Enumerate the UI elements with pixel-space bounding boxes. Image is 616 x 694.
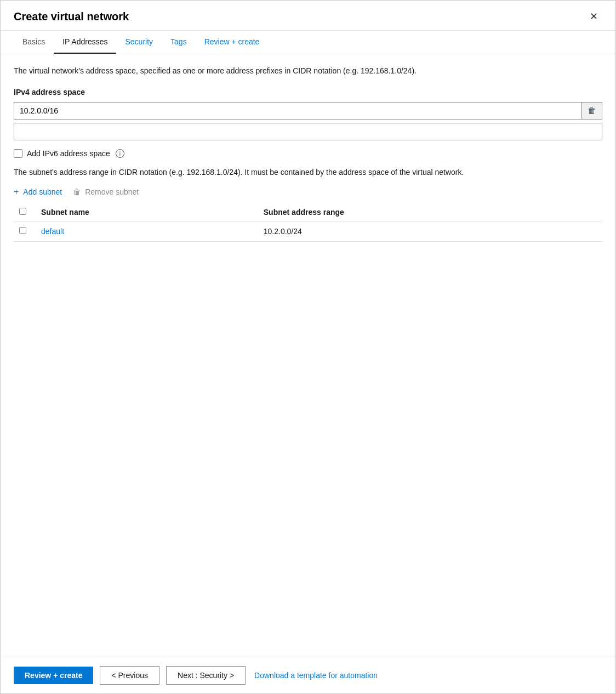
ipv4-secondary-input-row bbox=[14, 123, 602, 140]
next-button[interactable]: Next : Security > bbox=[166, 666, 246, 685]
row-checkbox[interactable] bbox=[19, 227, 26, 234]
ipv6-info-icon: i bbox=[116, 149, 124, 158]
table-row: default 10.2.0.0/24 bbox=[14, 221, 602, 242]
ipv4-secondary-input[interactable] bbox=[14, 123, 602, 140]
download-template-link[interactable]: Download a template for automation bbox=[252, 667, 380, 684]
tab-security[interactable]: Security bbox=[116, 31, 162, 54]
subnet-name-cell: default bbox=[36, 221, 258, 242]
select-all-checkbox[interactable] bbox=[19, 208, 26, 215]
content-area: The virtual network's address space, spe… bbox=[1, 54, 615, 657]
tab-tags[interactable]: Tags bbox=[162, 31, 196, 54]
add-subnet-button[interactable]: +Add subnet bbox=[14, 187, 62, 197]
tab-bar: Basics IP Addresses Security Tags Review… bbox=[1, 31, 615, 54]
col-subnet-range-header: Subnet address range bbox=[258, 203, 602, 221]
dialog-header: Create virtual network ✕ bbox=[1, 1, 615, 31]
col-subnet-name-header: Subnet name bbox=[36, 203, 258, 221]
subnet-description: The subnet's address range in CIDR notat… bbox=[14, 167, 602, 178]
ipv4-section-label: IPv4 address space bbox=[14, 88, 602, 96]
address-space-description: The virtual network's address space, spe… bbox=[14, 65, 602, 77]
ipv4-delete-button[interactable]: 🗑 bbox=[581, 103, 602, 119]
close-button[interactable]: ✕ bbox=[585, 9, 602, 24]
ipv6-checkbox[interactable] bbox=[14, 149, 22, 158]
tab-review-create[interactable]: Review + create bbox=[196, 31, 269, 54]
remove-subnet-button[interactable]: 🗑Remove subnet bbox=[73, 187, 139, 196]
trash-icon: 🗑 bbox=[588, 106, 596, 116]
tab-basics[interactable]: Basics bbox=[14, 31, 54, 54]
subnet-table: Subnet name Subnet address range default… bbox=[14, 203, 602, 242]
review-create-button[interactable]: Review + create bbox=[14, 667, 93, 684]
row-checkbox-cell bbox=[14, 221, 36, 242]
previous-button[interactable]: < Previous bbox=[100, 666, 159, 685]
subnet-name-link[interactable]: default bbox=[41, 227, 64, 236]
tab-ip-addresses[interactable]: IP Addresses bbox=[54, 31, 116, 54]
ipv4-input-row: 🗑 bbox=[14, 102, 602, 120]
plus-icon: + bbox=[14, 187, 19, 197]
create-virtual-network-dialog: Create virtual network ✕ Basics IP Addre… bbox=[0, 0, 616, 694]
ipv6-checkbox-label[interactable]: Add IPv6 address space bbox=[27, 149, 110, 158]
subnet-actions: +Add subnet 🗑Remove subnet bbox=[14, 187, 602, 197]
footer: Review + create < Previous Next : Securi… bbox=[1, 657, 615, 693]
ipv4-input[interactable] bbox=[14, 103, 581, 118]
dialog-title: Create virtual network bbox=[14, 10, 129, 23]
subnet-range-cell: 10.2.0.0/24 bbox=[258, 221, 602, 242]
col-checkbox-header bbox=[14, 203, 36, 221]
ipv6-checkbox-row: Add IPv6 address space i bbox=[14, 149, 602, 158]
